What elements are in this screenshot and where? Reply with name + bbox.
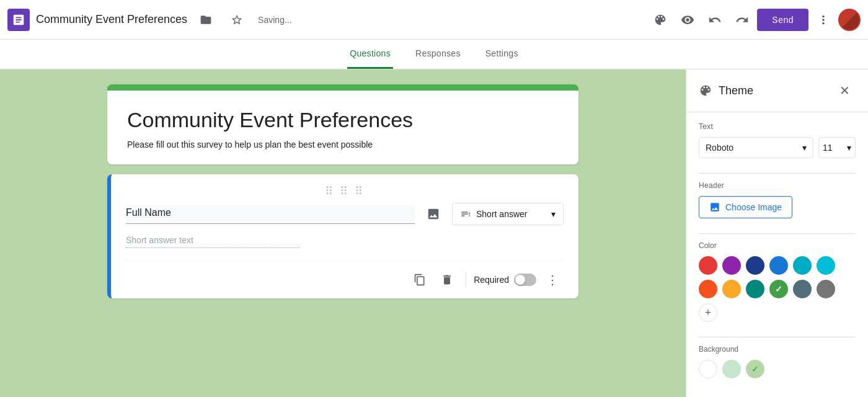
panel-title-row: Theme [699, 84, 753, 97]
copy-button[interactable] [409, 269, 431, 291]
font-select[interactable]: Roboto ▾ [699, 137, 813, 158]
choose-image-label: Choose Image [725, 202, 782, 212]
add-color-button[interactable]: + [699, 303, 717, 322]
question-actions: Required ⋮ [126, 261, 564, 291]
text-section-label: Text [699, 122, 856, 131]
main-content: Community Event Preferences Please fill … [0, 69, 868, 397]
form-description: Please fill out this survey to help us p… [127, 140, 559, 149]
bg-color-0[interactable] [722, 360, 741, 378]
divider-2 [699, 233, 856, 234]
panel-body: Text Roboto ▾ 11 ▾ Header [686, 112, 868, 397]
bg-color-white[interactable] [699, 360, 717, 378]
color-dot-0[interactable] [699, 256, 717, 275]
choose-image-icon [709, 202, 720, 213]
color-dot-4[interactable] [793, 256, 812, 275]
avatar-image [839, 9, 859, 31]
form-area: Community Event Preferences Please fill … [0, 69, 686, 397]
form-header-card: Community Event Preferences Please fill … [107, 84, 578, 164]
color-dot-11[interactable] [817, 280, 835, 298]
preview-button[interactable] [675, 7, 700, 32]
tab-settings[interactable]: Settings [483, 40, 521, 69]
avatar[interactable] [838, 9, 861, 31]
undo-button[interactable] [702, 7, 727, 32]
divider-3 [699, 337, 856, 337]
question-card: ⠿ ⠿ ⠿ Short answer ▾ Short answer text [107, 174, 578, 298]
short-answer-preview: Short answer text [126, 235, 299, 248]
background-section-label: Background [699, 345, 856, 354]
font-value: Roboto [706, 143, 733, 153]
answer-type-select[interactable]: Short answer ▾ [452, 203, 564, 225]
folder-button[interactable] [193, 7, 218, 32]
text-controls: Roboto ▾ 11 ▾ [699, 137, 856, 158]
color-grid [699, 256, 856, 298]
document-title: Community Event Preferences [36, 13, 187, 26]
palette-button[interactable] [648, 7, 673, 32]
color-dot-8[interactable] [746, 280, 764, 298]
add-image-button[interactable] [422, 203, 445, 225]
topbar-right-icons: Send [648, 7, 861, 32]
redo-button[interactable] [730, 7, 755, 32]
close-panel-button[interactable]: ✕ [833, 79, 856, 102]
send-button[interactable]: Send [757, 9, 808, 31]
app-icon [7, 9, 30, 31]
color-dot-6[interactable] [699, 280, 717, 298]
theme-panel: Theme ✕ Text Roboto ▾ 11 ▾ [686, 69, 868, 397]
size-select[interactable]: 11 ▾ [818, 137, 856, 158]
font-size-value: 11 [823, 143, 833, 153]
saving-status: Saving... [258, 15, 291, 25]
divider-1 [699, 173, 856, 174]
panel-title: Theme [719, 84, 753, 97]
required-label: Required [474, 275, 509, 285]
answer-type-label: Short answer [476, 209, 527, 219]
topbar: Community Event Preferences Saving... Se… [0, 0, 868, 40]
choose-image-button[interactable]: Choose Image [699, 196, 792, 218]
color-dot-3[interactable] [769, 256, 788, 275]
drag-handle: ⠿ ⠿ ⠿ [126, 184, 564, 198]
color-section-label: Color [699, 241, 856, 250]
required-toggle[interactable] [514, 274, 536, 286]
tab-responses[interactable]: Responses [413, 40, 463, 69]
color-section: Color + [699, 241, 856, 322]
forms-icon [12, 13, 25, 27]
form-title: Community Event Preferences [127, 108, 559, 132]
bg-color-1[interactable] [746, 360, 764, 378]
color-dot-9[interactable] [769, 280, 788, 298]
color-dot-10[interactable] [793, 280, 812, 298]
header-section-label: Header [699, 181, 856, 190]
background-colors [699, 360, 856, 378]
font-dropdown-arrow: ▾ [802, 143, 807, 153]
background-section: Background [699, 345, 856, 378]
divider-line [466, 272, 466, 287]
more-options-button[interactable] [811, 7, 836, 32]
color-dot-7[interactable] [722, 280, 741, 298]
tabs-bar: Questions Responses Settings [0, 40, 868, 69]
theme-palette-icon [699, 84, 712, 97]
topbar-left: Community Event Preferences Saving... [7, 7, 648, 32]
color-dot-1[interactable] [722, 256, 741, 275]
header-section: Header Choose Image [699, 181, 856, 218]
delete-button[interactable] [436, 269, 458, 291]
color-dot-2[interactable] [746, 256, 764, 275]
tab-questions[interactable]: Questions [347, 40, 393, 69]
panel-header: Theme ✕ [686, 69, 868, 112]
dropdown-arrow: ▾ [551, 209, 556, 219]
question-input[interactable] [126, 205, 415, 224]
question-top: Short answer ▾ [126, 203, 564, 225]
text-section: Text Roboto ▾ 11 ▾ [699, 122, 856, 158]
toggle-knob [515, 275, 525, 285]
question-more-button[interactable]: ⋮ [541, 269, 564, 291]
size-dropdown-arrow: ▾ [847, 143, 851, 153]
star-button[interactable] [224, 7, 249, 32]
color-dot-5[interactable] [817, 256, 835, 275]
